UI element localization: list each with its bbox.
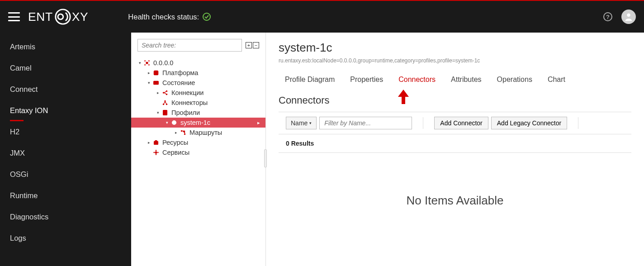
- tree-label: Коннекторы: [171, 99, 208, 106]
- tree-expand-all-icon[interactable]: +: [246, 42, 252, 48]
- svg-point-15: [163, 92, 165, 94]
- filter-field-button[interactable]: Name ▾: [286, 117, 317, 129]
- sidebar-item-connect[interactable]: Connect: [0, 79, 131, 100]
- tab-profile-diagram[interactable]: Profile Diagram: [285, 74, 335, 86]
- svg-rect-14: [156, 82, 156, 84]
- svg-point-36: [156, 150, 157, 151]
- chevron-down-icon: ▾: [165, 120, 169, 125]
- tree-label: Сервисы: [162, 149, 189, 156]
- svg-point-7: [148, 60, 150, 62]
- tree-node-profiles[interactable]: ▾ Профили: [131, 108, 265, 118]
- toolbar-separator: [423, 117, 423, 129]
- svg-point-21: [163, 104, 165, 105]
- platform-icon: [152, 69, 160, 76]
- help-icon[interactable]: ?: [603, 12, 612, 21]
- section-title: Connectors: [279, 95, 631, 106]
- svg-point-16: [166, 90, 168, 92]
- chevron-down-icon: ▾: [156, 110, 160, 115]
- tree-node-routes[interactable]: ▸ Маршруты: [131, 128, 265, 138]
- add-legacy-connector-button[interactable]: Add Legacy Connector: [491, 117, 567, 129]
- sidebar-item-logs[interactable]: Logs: [0, 228, 131, 249]
- tree-label: Коннекции: [171, 89, 204, 96]
- chevron-right-icon: ▸: [156, 90, 160, 95]
- arrow-annotation-icon: [395, 89, 412, 107]
- svg-point-35: [157, 152, 159, 153]
- tree-node-connectors[interactable]: Коннекторы: [131, 98, 265, 108]
- chevron-right-icon: ▸: [147, 140, 151, 145]
- svg-point-37: [156, 154, 157, 155]
- user-avatar[interactable]: [621, 10, 636, 24]
- tabs: Profile Diagram Properties Connectors At…: [279, 74, 631, 86]
- results-count: 0 Results: [279, 134, 631, 153]
- sidebar-item-jmx[interactable]: JMX: [0, 142, 131, 164]
- svg-point-4: [627, 14, 630, 17]
- svg-point-30: [181, 130, 183, 132]
- tree-label: 0.0.0.0: [153, 59, 173, 66]
- sidebar-item-camel[interactable]: Camel: [0, 57, 131, 79]
- node-icon: [143, 59, 151, 66]
- hamburger-menu-icon[interactable]: [8, 12, 20, 21]
- svg-text:XY: XY: [72, 10, 89, 24]
- sidebar-item-diagnostics[interactable]: Diagnostics: [0, 206, 131, 228]
- tree-collapse-all-icon[interactable]: −: [253, 42, 259, 48]
- state-icon: [152, 79, 160, 86]
- tab-operations[interactable]: Operations: [497, 74, 532, 86]
- svg-line-24: [165, 102, 166, 104]
- add-connector-button[interactable]: Add Connector: [434, 117, 488, 129]
- svg-point-22: [166, 104, 168, 105]
- sidebar-item-artemis[interactable]: Artemis: [0, 36, 131, 57]
- svg-point-29: [173, 122, 175, 124]
- tree-node-state[interactable]: ▾ Состояние: [131, 78, 265, 88]
- topbar: ENT XY Health checks status: ?: [0, 1, 644, 33]
- svg-point-11: [155, 72, 157, 74]
- tree-node-resources[interactable]: ▸ Ресурсы: [131, 138, 265, 147]
- svg-point-31: [184, 133, 186, 135]
- svg-point-17: [166, 94, 168, 95]
- logo[interactable]: ENT XY: [28, 7, 101, 27]
- tree-search-input[interactable]: [137, 39, 242, 52]
- tree-label: Маршруты: [189, 129, 222, 136]
- toolbar: Name ▾ Add Connector Add Legacy Connecto…: [279, 112, 631, 134]
- filter-field-label: Name: [291, 119, 308, 127]
- toolbar-separator: [578, 117, 578, 129]
- svg-rect-32: [154, 141, 158, 144]
- sidebar-item-entaxy-ion[interactable]: Entaxy ION: [0, 100, 131, 121]
- resources-icon: [152, 139, 160, 146]
- svg-point-8: [144, 64, 146, 66]
- sidebar-item-h2[interactable]: H2: [0, 121, 131, 142]
- main-content: system-1c ru.entaxy.esb:localNode=0.0.0.…: [266, 33, 644, 266]
- tree-node-system-1c[interactable]: ▾ system-1c ▸: [131, 118, 265, 128]
- tree-label: Состояние: [162, 79, 195, 86]
- svg-point-34: [153, 152, 155, 153]
- tree-label: system-1c: [180, 119, 210, 126]
- tree-node-services[interactable]: Сервисы: [131, 147, 265, 157]
- empty-state: No Items Available: [279, 153, 631, 248]
- tree-node-connections[interactable]: ▸ Коннекции: [131, 88, 265, 98]
- tree-node-platform[interactable]: ▸ Платформа: [131, 68, 265, 78]
- tree-panel: + − ▾ 0.0.0.0 ▸ Платформа ▾ Состояние ▸: [131, 33, 266, 266]
- svg-point-33: [155, 151, 157, 153]
- tree-node-root[interactable]: ▾ 0.0.0.0: [131, 58, 265, 68]
- tree: ▾ 0.0.0.0 ▸ Платформа ▾ Состояние ▸ Конн…: [131, 58, 265, 157]
- profiles-icon: [161, 109, 169, 116]
- tree-label: Профили: [171, 109, 200, 116]
- chevron-right-icon: ▸: [257, 120, 260, 126]
- filter-input[interactable]: [319, 117, 412, 129]
- svg-point-9: [148, 64, 150, 66]
- page-subtitle: ru.entaxy.esb:localNode=0.0.0.0,group=ru…: [279, 57, 631, 64]
- svg-point-6: [144, 60, 146, 62]
- svg-point-5: [146, 62, 148, 64]
- tab-chart[interactable]: Chart: [548, 74, 565, 86]
- svg-text:ENT: ENT: [28, 10, 53, 24]
- tab-attributes[interactable]: Attributes: [451, 74, 482, 86]
- tab-connectors[interactable]: Connectors: [398, 74, 436, 86]
- page-title: system-1c: [279, 41, 631, 55]
- tree-label: Платформа: [162, 69, 198, 76]
- svg-point-20: [164, 100, 166, 102]
- tab-properties[interactable]: Properties: [350, 74, 383, 86]
- sidebar-item-osgi[interactable]: OSGi: [0, 164, 131, 185]
- chevron-down-icon: ▾: [147, 81, 151, 85]
- tree-label: Ресурсы: [162, 139, 188, 146]
- sidebar-item-runtime[interactable]: Runtime: [0, 185, 131, 206]
- sidebar: Artemis Camel Connect Entaxy ION H2 JMX …: [0, 33, 131, 266]
